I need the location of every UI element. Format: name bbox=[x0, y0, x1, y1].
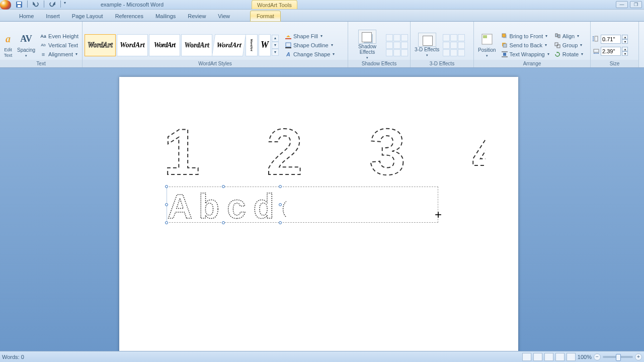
spacing-icon: AV bbox=[19, 32, 33, 46]
rotate-button[interactable]: Rotate bbox=[552, 50, 585, 58]
tab-home[interactable]: Home bbox=[13, 11, 40, 21]
height-input[interactable]: 0.71" bbox=[601, 35, 621, 44]
align-icon bbox=[554, 33, 561, 40]
style-item-6[interactable]: WordArt bbox=[246, 34, 258, 56]
zoom-in-button[interactable]: + bbox=[635, 353, 642, 360]
tab-insert[interactable]: Insert bbox=[40, 11, 66, 21]
height-up[interactable]: ▴ bbox=[622, 35, 628, 39]
quick-access-toolbar: ▾ bbox=[14, 1, 66, 9]
group-3d-label: 3-D Effects bbox=[411, 60, 473, 67]
view-full-screen[interactable] bbox=[533, 353, 542, 361]
position-button[interactable]: Position ▾ bbox=[476, 27, 498, 63]
tab-view[interactable]: View bbox=[212, 11, 236, 21]
even-height-button[interactable]: Aa Even Height bbox=[38, 32, 80, 40]
group-wordart-styles: WordArt WordArt WordArt WordArt WordArt … bbox=[83, 22, 348, 67]
group-3d-effects: 3-D Effects ▾ 3-D Effects bbox=[411, 22, 474, 67]
selection-handles[interactable] bbox=[167, 187, 280, 223]
3d-effects-button[interactable]: 3-D Effects ▾ bbox=[413, 27, 441, 63]
svg-rect-16 bbox=[558, 35, 560, 38]
zoom-out-button[interactable]: − bbox=[594, 353, 601, 360]
office-button[interactable] bbox=[0, 0, 11, 10]
statusbar: Words: 0 100% − + bbox=[0, 351, 644, 362]
qat-customize-icon[interactable]: ▾ bbox=[64, 1, 66, 9]
style-item-1[interactable]: WordArt bbox=[85, 34, 116, 56]
change-shape-button[interactable]: A Change Shape bbox=[283, 50, 336, 58]
shadow-effects-button[interactable]: Shadow Effects ▾ bbox=[350, 27, 384, 63]
save-icon[interactable] bbox=[14, 1, 24, 9]
width-up[interactable]: ▴ bbox=[622, 47, 628, 51]
crosshair-cursor: + bbox=[435, 208, 442, 222]
send-back-icon bbox=[501, 42, 508, 49]
group-styles-label: WordArt Styles bbox=[83, 60, 348, 67]
bring-to-front-button[interactable]: Bring to Front bbox=[500, 32, 551, 40]
view-draft[interactable] bbox=[567, 353, 576, 361]
vertical-text-button[interactable]: Ab Vertical Text bbox=[38, 41, 80, 49]
group-icon bbox=[554, 42, 561, 49]
window-title: example - Microsoft Word bbox=[101, 2, 164, 8]
svg-rect-17 bbox=[555, 43, 558, 46]
style-item-4[interactable]: WordArt bbox=[181, 34, 212, 56]
shape-fill-icon bbox=[285, 33, 292, 40]
styles-gallery: WordArt WordArt WordArt WordArt WordArt … bbox=[85, 34, 279, 56]
width-input[interactable]: 2.39" bbox=[601, 47, 621, 56]
minimize-button[interactable]: — bbox=[616, 1, 628, 8]
gallery-up-button[interactable]: ▴ bbox=[272, 35, 279, 42]
edit-text-icon: a bbox=[1, 32, 15, 46]
spacing-button[interactable]: AV Spacing ▾ bbox=[16, 27, 37, 63]
group-button[interactable]: Group bbox=[552, 41, 585, 49]
edit-text-button[interactable]: a EditText bbox=[2, 27, 14, 63]
alignment-icon: ≡ bbox=[40, 51, 47, 58]
tab-format[interactable]: Format bbox=[250, 11, 281, 22]
ribbon-tabs: Home Insert Page Layout References Maili… bbox=[0, 10, 644, 22]
word-count[interactable]: Words: 0 bbox=[2, 354, 24, 360]
group-text-label: Text bbox=[0, 60, 82, 67]
style-item-7[interactable]: W bbox=[259, 34, 271, 56]
svg-rect-2 bbox=[18, 5, 21, 7]
style-item-5[interactable]: WordArt bbox=[212, 34, 246, 56]
undo-icon[interactable] bbox=[31, 1, 41, 9]
shape-fill-button[interactable]: Shape Fill bbox=[283, 32, 336, 40]
style-item-3[interactable]: WordArt bbox=[149, 34, 180, 56]
shape-outline-button[interactable]: Shape Outline bbox=[283, 41, 336, 49]
tab-review[interactable]: Review bbox=[182, 11, 212, 21]
svg-rect-11 bbox=[503, 44, 507, 47]
shadow-nudge-grid[interactable] bbox=[386, 34, 408, 56]
3d-preview-icon bbox=[418, 33, 436, 47]
svg-rect-4 bbox=[286, 43, 291, 47]
document-area[interactable]: 1 2 3 4 5 A b c d e + bbox=[0, 68, 644, 351]
text-wrapping-button[interactable]: Text Wrapping bbox=[500, 50, 551, 58]
bring-front-icon bbox=[501, 33, 508, 40]
shape-outline-icon bbox=[285, 42, 292, 49]
tab-mailings[interactable]: Mailings bbox=[149, 11, 182, 21]
shadow-preview-icon bbox=[358, 30, 376, 44]
ribbon: a EditText AV Spacing ▾ Aa Even Height A… bbox=[0, 22, 644, 68]
rotate-icon bbox=[554, 51, 561, 58]
zoom-slider[interactable] bbox=[603, 356, 633, 358]
redo-icon[interactable] bbox=[47, 1, 57, 9]
contextual-tab-label: WordArt Tools bbox=[252, 0, 297, 9]
style-item-2[interactable]: WordArt bbox=[117, 34, 148, 56]
tab-page-layout[interactable]: Page Layout bbox=[66, 11, 109, 21]
3d-tilt-grid[interactable] bbox=[443, 34, 465, 56]
view-print-layout[interactable] bbox=[522, 353, 531, 361]
change-shape-icon: A bbox=[285, 51, 292, 58]
alignment-button[interactable]: ≡ Alignment bbox=[38, 50, 80, 58]
gallery-down-button[interactable]: ▾ bbox=[272, 42, 279, 49]
wordart-numbers[interactable]: 1 2 3 4 5 bbox=[164, 120, 486, 186]
svg-rect-19 bbox=[595, 36, 598, 41]
group-text: a EditText AV Spacing ▾ Aa Even Height A… bbox=[0, 22, 83, 67]
maximize-button[interactable]: ❐ bbox=[630, 1, 642, 8]
tab-references[interactable]: References bbox=[109, 11, 149, 21]
width-down[interactable]: ▾ bbox=[622, 51, 628, 56]
svg-rect-7 bbox=[483, 35, 487, 38]
align-button[interactable]: Align bbox=[552, 32, 585, 40]
gallery-more-button[interactable]: ▾ bbox=[272, 49, 279, 56]
send-to-back-button[interactable]: Send to Back bbox=[500, 41, 551, 49]
zoom-level[interactable]: 100% bbox=[578, 354, 592, 360]
view-outline[interactable] bbox=[555, 353, 565, 361]
view-web-layout[interactable] bbox=[544, 353, 553, 361]
svg-rect-1 bbox=[17, 2, 21, 4]
group-size: 0.71" ▴▾ 2.39" ▴▾ Size bbox=[591, 22, 639, 67]
svg-text:1 2 3 4 5: 1 2 3 4 5 bbox=[164, 120, 486, 186]
height-down[interactable]: ▾ bbox=[622, 39, 628, 44]
